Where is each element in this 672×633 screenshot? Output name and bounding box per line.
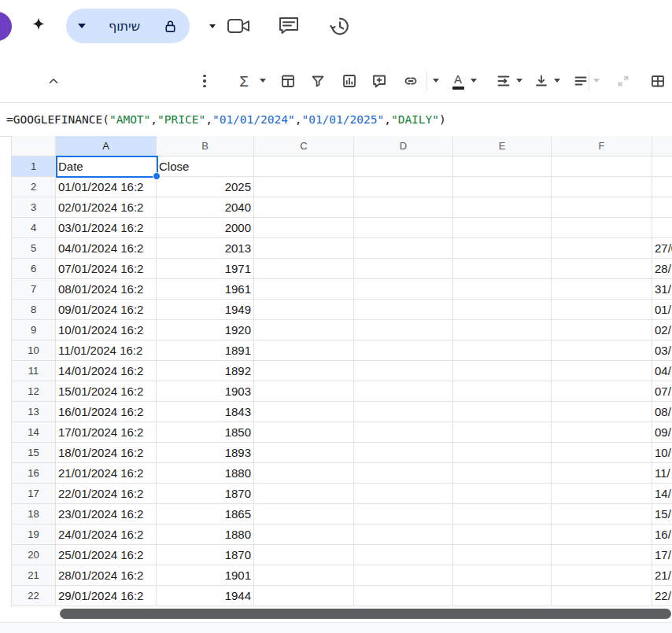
cell-C19[interactable]	[254, 524, 354, 545]
cell-B12[interactable]: 1903	[157, 381, 254, 402]
row-header-20[interactable]: 20	[12, 545, 56, 565]
cell-E15[interactable]	[453, 443, 552, 463]
insert-chart-button[interactable]	[337, 68, 362, 94]
cell-G3[interactable]	[652, 197, 672, 218]
row-header-11[interactable]: 11	[12, 361, 56, 381]
cell-B7[interactable]: 1961	[157, 279, 254, 300]
cell-C7[interactable]	[254, 279, 354, 300]
cell-A13[interactable]: 16/01/2024 16:2	[56, 402, 157, 422]
row-header-21[interactable]: 21	[12, 565, 56, 586]
collapse-toolbar-button[interactable]	[41, 68, 66, 94]
cell-C6[interactable]	[254, 259, 354, 279]
cell-G13[interactable]: 08/	[652, 402, 672, 422]
account-avatar[interactable]	[0, 12, 12, 41]
insert-link-button[interactable]	[398, 68, 423, 94]
row-header-1[interactable]: 1	[12, 156, 56, 177]
insert-comment-button[interactable]	[367, 68, 392, 94]
share-dropdown-caret-icon[interactable]	[78, 24, 86, 28]
cell-G7[interactable]: 31/	[652, 279, 672, 300]
cell-F21[interactable]	[552, 565, 652, 586]
cell-F10[interactable]	[552, 340, 652, 361]
cell-C1[interactable]	[254, 156, 354, 177]
vertical-align-caret-icon[interactable]	[554, 79, 560, 83]
cell-A7[interactable]: 08/01/2024 16:2	[56, 279, 157, 300]
cell-A19[interactable]: 24/01/2024 16:2	[56, 524, 157, 545]
borders-button[interactable]	[645, 68, 670, 94]
row-header-16[interactable]: 16	[12, 463, 56, 484]
row-header-12[interactable]: 12	[12, 381, 56, 402]
cell-G4[interactable]	[652, 218, 672, 238]
cell-A14[interactable]: 17/01/2024 16:2	[56, 422, 157, 443]
cell-D17[interactable]	[354, 484, 453, 504]
cell-B3[interactable]: 2040	[157, 197, 254, 218]
cell-D8[interactable]	[354, 300, 453, 320]
cell-E7[interactable]	[453, 279, 552, 300]
cell-D22[interactable]	[354, 586, 453, 606]
cell-G10[interactable]: 03/	[652, 340, 672, 361]
cell-E13[interactable]	[453, 402, 552, 422]
cell-D18[interactable]	[354, 504, 453, 524]
cell-E11[interactable]	[453, 361, 552, 381]
cell-D5[interactable]	[354, 238, 453, 259]
cell-E18[interactable]	[453, 504, 552, 524]
cell-G18[interactable]: 15/	[652, 504, 672, 524]
cell-E5[interactable]	[453, 238, 552, 259]
text-wrapping-caret-icon[interactable]	[516, 79, 522, 83]
cell-F17[interactable]	[552, 484, 652, 504]
cell-B20[interactable]: 1870	[157, 545, 254, 565]
cell-A17[interactable]: 22/01/2024 16:2	[56, 484, 157, 504]
video-call-button[interactable]	[227, 16, 252, 36]
cell-G17[interactable]: 14/	[652, 484, 672, 504]
cell-G21[interactable]: 21/	[652, 565, 672, 586]
cell-C5[interactable]	[254, 238, 354, 259]
cell-E22[interactable]	[453, 586, 552, 606]
text-color-button[interactable]: A	[445, 68, 471, 94]
cell-D20[interactable]	[354, 545, 453, 565]
cell-B6[interactable]: 1971	[157, 259, 254, 279]
cell-D2[interactable]	[354, 177, 453, 197]
cell-E14[interactable]	[453, 422, 552, 443]
gemini-button[interactable]	[28, 16, 49, 36]
cell-D11[interactable]	[354, 361, 453, 381]
cell-F4[interactable]	[552, 218, 652, 238]
cell-D21[interactable]	[354, 565, 453, 586]
cell-A3[interactable]: 02/01/2024 16:2	[56, 197, 157, 218]
cell-G12[interactable]: 07/	[652, 381, 672, 402]
cell-A22[interactable]: 29/01/2024 16:2	[56, 586, 157, 606]
cell-A18[interactable]: 23/01/2024 16:2	[56, 504, 157, 524]
functions-caret-icon[interactable]	[260, 79, 266, 83]
cell-C12[interactable]	[254, 381, 354, 402]
cell-A2[interactable]: 01/01/2024 16:2	[56, 177, 157, 197]
cell-B11[interactable]: 1892	[157, 361, 254, 381]
cell-C13[interactable]	[254, 402, 354, 422]
cell-B1[interactable]: Close	[157, 156, 254, 177]
cell-D13[interactable]	[354, 402, 453, 422]
cell-F7[interactable]	[552, 279, 652, 300]
cell-G15[interactable]: 10/	[652, 443, 672, 463]
row-header-14[interactable]: 14	[12, 422, 56, 443]
cell-D6[interactable]	[354, 259, 453, 279]
column-header-C[interactable]: C	[254, 136, 354, 156]
cell-F1[interactable]	[552, 156, 652, 177]
cell-B17[interactable]: 1870	[157, 484, 254, 504]
cell-G9[interactable]: 02/	[652, 320, 672, 340]
cell-B15[interactable]: 1893	[157, 443, 254, 463]
cell-C17[interactable]	[254, 484, 354, 504]
cell-A6[interactable]: 07/01/2024 16:2	[56, 259, 157, 279]
row-header-8[interactable]: 8	[12, 300, 56, 320]
cell-D4[interactable]	[354, 218, 453, 238]
cell-E4[interactable]	[453, 218, 552, 238]
row-header-13[interactable]: 13	[12, 402, 56, 422]
cell-E21[interactable]	[453, 565, 552, 586]
create-filter-button[interactable]	[305, 68, 330, 94]
cell-C15[interactable]	[254, 443, 354, 463]
row-header-6[interactable]: 6	[12, 259, 56, 279]
cell-C4[interactable]	[254, 218, 354, 238]
share-button[interactable]: שיתוף	[66, 9, 190, 43]
cell-D12[interactable]	[354, 381, 453, 402]
cell-C21[interactable]	[254, 565, 354, 586]
cell-F15[interactable]	[552, 443, 652, 463]
vertical-align-button[interactable]	[529, 68, 554, 94]
row-header-5[interactable]: 5	[12, 238, 56, 259]
text-wrapping-button[interactable]	[491, 68, 516, 94]
